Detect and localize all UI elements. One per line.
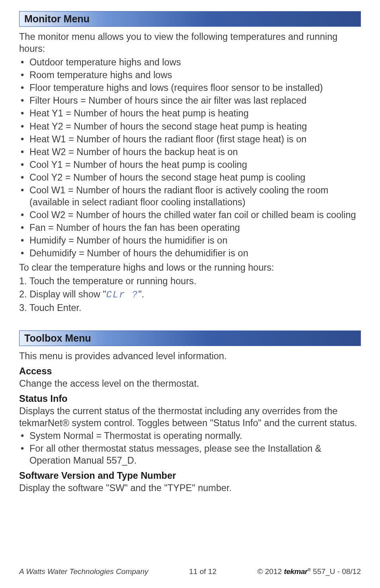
copyright-suffix: 557_U - 08/12: [311, 567, 361, 576]
footer-page-number: 11 of 12: [189, 567, 217, 576]
list-item: Filter Hours = Number of hours since the…: [19, 94, 361, 106]
status-bullet-list: System Normal = Thermostat is operating …: [19, 430, 361, 466]
brand-name: tekmar: [284, 567, 308, 576]
access-heading: Access: [19, 366, 361, 377]
step-3: 3. Touch Enter.: [19, 302, 361, 314]
list-item: For all other thermostat status messages…: [19, 442, 361, 466]
list-item: Cool Y2 = Number of hours the second sta…: [19, 171, 361, 183]
list-item: Cool W1 = Number of hours the radiant fl…: [19, 184, 361, 208]
step-2-prefix: 2. Display will show ": [19, 289, 106, 299]
monitor-intro: The monitor menu allows you to view the …: [19, 31, 361, 55]
monitor-menu-title: Monitor Menu: [24, 13, 90, 24]
list-item: Humidify = Number of hours the humidifie…: [19, 234, 361, 246]
status-info-body: Displays the current status of the therm…: [19, 405, 361, 429]
segment-display-text: CLr ?: [106, 289, 139, 300]
software-version-heading: Software Version and Type Number: [19, 470, 361, 481]
list-item: System Normal = Thermostat is operating …: [19, 430, 361, 442]
list-item: Heat Y2 = Number of hours the second sta…: [19, 120, 361, 132]
access-body: Change the access level on the thermosta…: [19, 378, 361, 389]
status-info-heading: Status Info: [19, 393, 361, 404]
toolbox-intro: This menu is provides advanced level inf…: [19, 350, 361, 362]
list-item: Dehumidify = Number of hours the dehumid…: [19, 247, 361, 259]
copyright-prefix: © 2012: [257, 567, 284, 576]
toolbox-menu-title: Toolbox Menu: [24, 332, 91, 344]
list-item: Heat Y1 = Number of hours the heat pump …: [19, 107, 361, 119]
footer-company: A Watts Water Technologies Company: [19, 567, 148, 576]
list-item: Heat W2 = Number of hours the backup hea…: [19, 146, 361, 158]
toolbox-menu-header: Toolbox Menu: [19, 330, 361, 346]
monitor-bullet-list: Outdoor temperature highs and lows Room …: [19, 56, 361, 259]
list-item: Floor temperature highs and lows (requir…: [19, 82, 361, 94]
list-item: Heat W1 = Number of hours the radiant fl…: [19, 133, 361, 145]
step-2: 2. Display will show "CLr ?".: [19, 288, 361, 301]
list-item: Cool Y1 = Number of hours the heat pump …: [19, 159, 361, 171]
list-item: Outdoor temperature highs and lows: [19, 56, 361, 68]
clear-intro: To clear the temperature highs and lows …: [19, 262, 361, 273]
step-2-suffix: ".: [138, 289, 144, 299]
software-version-body: Display the software "SW" and the "TYPE"…: [19, 482, 361, 494]
list-item: Fan = Number of hours the fan has been o…: [19, 222, 361, 234]
list-item: Room temperature highs and lows: [19, 69, 361, 81]
step-1: 1. Touch the temperature or running hour…: [19, 275, 361, 287]
footer-copyright: © 2012 tekmar® 557_U - 08/12: [257, 567, 361, 576]
list-item: Cool W2 = Number of hours the chilled wa…: [19, 209, 361, 221]
page-footer: A Watts Water Technologies Company 11 of…: [0, 567, 380, 576]
page-content: Monitor Menu The monitor menu allows you…: [0, 0, 380, 494]
monitor-menu-header: Monitor Menu: [19, 11, 361, 27]
